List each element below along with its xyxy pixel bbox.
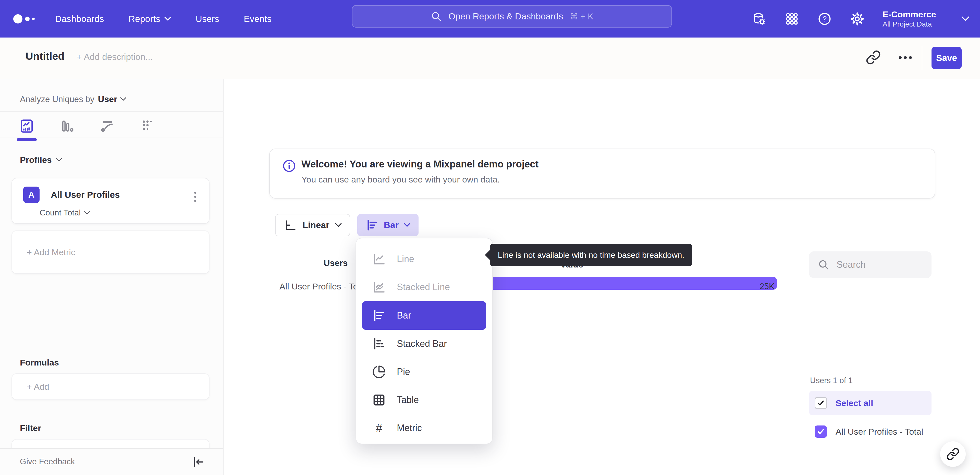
chevron-down-icon xyxy=(84,211,90,215)
tab-insights[interactable] xyxy=(15,115,38,137)
menu-item-line[interactable]: Line xyxy=(356,245,492,273)
bar-row-label[interactable]: All User Profiles - Total xyxy=(280,282,367,292)
chevron-down-icon xyxy=(404,223,410,227)
mixpanel-logo-icon[interactable] xyxy=(13,14,44,24)
tab-retention[interactable] xyxy=(136,115,159,137)
data-management-icon[interactable] xyxy=(752,11,767,26)
check-icon xyxy=(817,399,824,407)
tab-flows[interactable] xyxy=(96,115,119,137)
nav-item-events[interactable]: Events xyxy=(244,14,272,24)
divider xyxy=(799,252,799,475)
add-metric-button[interactable]: + Add Metric xyxy=(11,231,210,274)
add-formula-button[interactable]: + Add xyxy=(11,373,210,400)
more-options-icon[interactable] xyxy=(896,50,914,65)
hash-icon: # xyxy=(372,421,386,435)
metric-aggregation-dropdown[interactable]: Count Total xyxy=(40,208,90,217)
demo-banner: Welcome! You are viewing a Mixpanel demo… xyxy=(269,148,935,199)
save-button[interactable]: Save xyxy=(932,47,962,69)
select-all-checkbox[interactable] xyxy=(815,397,827,409)
stacked-bar-chart-icon xyxy=(372,337,386,351)
metric-badge: A xyxy=(23,186,40,203)
top-nav: Dashboards Reports Users Events Open Rep… xyxy=(0,0,980,38)
report-title-bar: Untitled + Add description... Save xyxy=(0,38,980,80)
legend-search-input[interactable]: Search xyxy=(809,252,932,278)
stacked-line-chart-icon xyxy=(372,280,386,294)
chart-type-dropdown-button[interactable]: Bar xyxy=(357,214,418,236)
filter-section-heading: Filter xyxy=(20,423,41,433)
settings-gear-icon[interactable] xyxy=(850,11,865,26)
check-icon xyxy=(817,428,824,435)
analyze-entity-dropdown[interactable]: User xyxy=(98,94,127,104)
project-switcher[interactable]: E-Commerce All Project Data xyxy=(883,9,936,29)
nav-item-users[interactable]: Users xyxy=(196,14,219,24)
metric-card[interactable]: A All User Profiles Count Total xyxy=(11,178,210,224)
help-icon[interactable]: ? xyxy=(817,11,832,26)
metric-name[interactable]: All User Profiles xyxy=(51,190,120,200)
column-header-users[interactable]: Users xyxy=(324,258,348,268)
metric-more-options-icon[interactable] xyxy=(190,190,200,204)
tooltip-text: Line is not available with no time based… xyxy=(498,250,684,260)
linear-axis-icon xyxy=(283,218,297,232)
funnels-icon xyxy=(60,119,75,134)
chevron-down-icon xyxy=(120,97,126,101)
flows-icon xyxy=(100,119,115,134)
nav-right-cluster: ? E-Commerce All Project Data xyxy=(752,0,970,38)
series-checkbox[interactable] xyxy=(815,426,827,438)
profiles-section-heading[interactable]: Profiles xyxy=(20,155,62,165)
chevron-down-icon xyxy=(961,16,970,21)
scale-dropdown-button[interactable]: Linear xyxy=(275,214,350,236)
report-title[interactable]: Untitled xyxy=(25,50,65,62)
share-link-button[interactable] xyxy=(940,441,966,467)
series-label: All User Profiles - Total xyxy=(835,427,923,437)
metric-row: A All User Profiles xyxy=(23,186,120,203)
menu-item-bar[interactable]: Bar xyxy=(362,301,486,330)
legend-count-text: Users 1 of 1 xyxy=(810,376,853,385)
sidebar-footer: Give Feedback xyxy=(0,448,223,475)
primary-nav: Dashboards Reports Users Events xyxy=(55,14,272,24)
nav-item-reports[interactable]: Reports xyxy=(129,14,171,24)
retention-icon xyxy=(141,119,155,133)
global-search-input[interactable]: Open Reports & Dashboards ⌘ + K xyxy=(352,5,672,27)
table-icon xyxy=(372,393,386,407)
tab-funnels[interactable] xyxy=(56,115,79,137)
divider xyxy=(0,111,224,112)
menu-item-stacked-bar[interactable]: Stacked Bar xyxy=(356,330,492,358)
menu-item-stacked-line[interactable]: Stacked Line xyxy=(356,273,492,301)
search-icon xyxy=(431,11,442,22)
apps-grid-icon[interactable] xyxy=(784,11,799,26)
project-scope: All Project Data xyxy=(883,20,936,29)
give-feedback-link[interactable]: Give Feedback xyxy=(20,457,75,466)
project-name: E-Commerce xyxy=(883,9,936,20)
nav-item-dashboards[interactable]: Dashboards xyxy=(55,14,104,24)
banner-title: Welcome! You are viewing a Mixpanel demo… xyxy=(301,159,538,170)
bar-chart-icon xyxy=(372,308,386,323)
insights-icon xyxy=(19,118,35,134)
link-icon xyxy=(946,448,959,461)
chevron-down-icon xyxy=(56,158,62,162)
pie-chart-icon xyxy=(372,365,386,379)
search-placeholder: Open Reports & Dashboards xyxy=(449,11,563,21)
select-all-row[interactable]: Select all xyxy=(809,391,932,415)
banner-subtitle: You can use any board you see with your … xyxy=(301,175,500,185)
chevron-down-icon xyxy=(164,17,171,21)
chevron-down-icon xyxy=(335,223,342,227)
search-icon xyxy=(818,259,829,271)
report-type-tabs xyxy=(15,115,159,137)
info-icon xyxy=(283,159,296,172)
bar-chart-icon xyxy=(366,218,379,232)
legend-series-row[interactable]: All User Profiles - Total xyxy=(809,419,942,444)
select-all-label: Select all xyxy=(835,398,873,408)
collapse-sidebar-icon[interactable] xyxy=(191,455,205,469)
copy-link-icon[interactable] xyxy=(865,50,881,65)
legend-search-placeholder: Search xyxy=(837,259,865,270)
add-description-field[interactable]: + Add description... xyxy=(76,52,153,62)
query-builder-sidebar: Analyze Uniques by User xyxy=(0,80,224,475)
mixpanel-insights-app: Dashboards Reports Users Events Open Rep… xyxy=(0,0,980,475)
formulas-section-heading: Formulas xyxy=(20,358,59,368)
line-chart-icon xyxy=(372,252,386,266)
menu-item-pie[interactable]: Pie xyxy=(356,358,492,386)
menu-item-table[interactable]: Table xyxy=(356,386,492,414)
menu-item-metric[interactable]: # Metric xyxy=(356,414,492,442)
chart-type-dropdown-menu: Line Stacked Line Bar Stacked Bar Pie xyxy=(355,238,493,444)
divider xyxy=(0,137,224,138)
